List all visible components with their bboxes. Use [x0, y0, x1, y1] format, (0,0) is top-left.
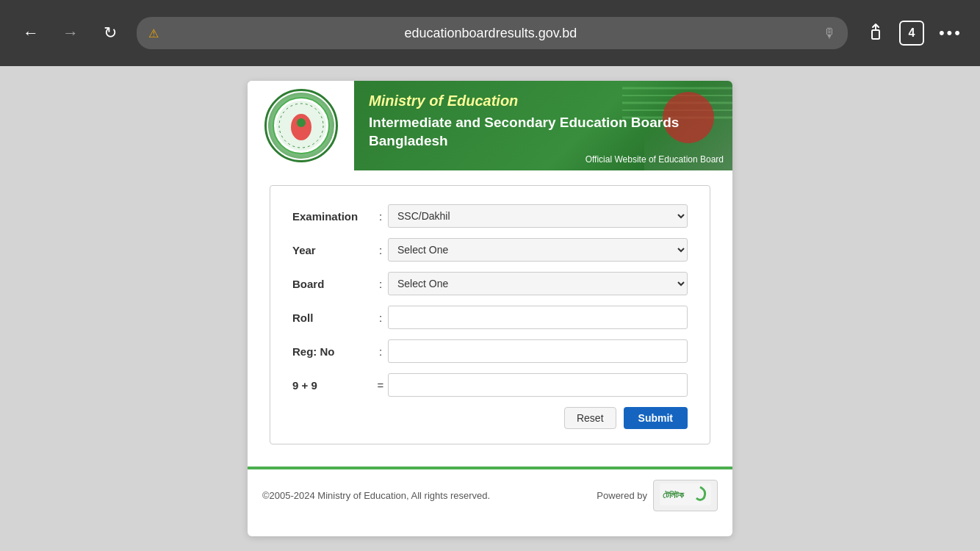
back-button[interactable]: ←	[18, 20, 44, 46]
footer-powered: Powered by টেলিটক	[597, 480, 718, 511]
roll-row: Roll :	[292, 306, 688, 329]
official-website: Official Website of Education Board	[354, 150, 732, 170]
site-container: Ministry of Education Intermediate and S…	[248, 81, 732, 536]
forward-button[interactable]: →	[57, 20, 84, 46]
share-button[interactable]	[867, 23, 884, 43]
header-info: Ministry of Education Intermediate and S…	[354, 81, 732, 170]
examination-colon: :	[373, 210, 388, 223]
site-footer: ©2005-2024 Ministry of Education, All ri…	[248, 467, 732, 522]
regno-label: Reg: No	[292, 345, 373, 358]
mic-icon[interactable]: 🎙	[823, 26, 836, 41]
roll-label: Roll	[292, 311, 373, 324]
page-content: Ministry of Education Intermediate and S…	[0, 66, 980, 551]
captcha-label: 9 + 9	[292, 379, 373, 392]
board-title: Intermediate and Secondary Education Boa…	[369, 114, 718, 150]
regno-colon: :	[373, 345, 388, 358]
browser-chrome: ← → ↻ ⚠ educationboardresults.gov.bd 🎙 4…	[0, 0, 980, 66]
header-text: Ministry of Education Intermediate and S…	[354, 81, 732, 150]
captcha-row: 9 + 9 =	[292, 373, 688, 397]
board-label: Board	[292, 278, 373, 290]
footer-copyright: ©2005-2024 Ministry of Education, All ri…	[262, 490, 490, 501]
browser-actions: 4 •••	[867, 21, 962, 46]
header-logo	[248, 81, 354, 170]
logo-seal	[264, 89, 338, 162]
year-colon: :	[373, 244, 388, 256]
tab-count[interactable]: 4	[899, 21, 924, 46]
regno-row: Reg: No :	[292, 339, 688, 363]
more-button[interactable]: •••	[939, 24, 962, 43]
examination-select[interactable]: SSC/Dakhil HSC/Alim JSC/JDC	[388, 204, 688, 228]
ministry-title: Ministry of Education	[369, 93, 718, 109]
powered-by-text: Powered by	[597, 490, 647, 501]
regno-input[interactable]	[388, 339, 688, 363]
address-bar[interactable]: ⚠ educationboardresults.gov.bd 🎙	[137, 17, 848, 49]
roll-input[interactable]	[388, 306, 688, 329]
url-text: educationboardresults.gov.bd	[166, 26, 815, 41]
board-colon: :	[373, 278, 388, 290]
year-row: Year : Select One 2024 2023 2022	[292, 238, 688, 262]
board-row: Board : Select One Dhaka Chittagong Rajs…	[292, 272, 688, 295]
svg-point-4	[297, 118, 306, 127]
svg-text:টেলিটক: টেলিটক	[663, 490, 685, 500]
board-select[interactable]: Select One Dhaka Chittagong Rajshahi	[388, 272, 688, 295]
year-label: Year	[292, 244, 373, 256]
examination-row: Examination : SSC/Dakhil HSC/Alim JSC/JD…	[292, 204, 688, 228]
submit-button[interactable]: Submit	[624, 407, 688, 429]
year-select[interactable]: Select One 2024 2023 2022	[388, 238, 688, 262]
roll-colon: :	[373, 311, 388, 324]
captcha-input[interactable]	[388, 373, 688, 397]
reset-button[interactable]: Reset	[564, 407, 616, 429]
site-header: Ministry of Education Intermediate and S…	[248, 81, 732, 170]
examination-label: Examination	[292, 210, 373, 223]
svg-rect-0	[872, 30, 879, 39]
warning-icon: ⚠	[148, 26, 159, 40]
teletalk-logo: টেলিটক	[653, 480, 718, 511]
captcha-equals: =	[373, 379, 388, 392]
reload-button[interactable]: ↻	[97, 20, 123, 46]
form-section: Examination : SSC/Dakhil HSC/Alim JSC/JD…	[248, 170, 732, 467]
form-box: Examination : SSC/Dakhil HSC/Alim JSC/JD…	[270, 185, 710, 444]
form-actions: Reset Submit	[292, 407, 688, 429]
